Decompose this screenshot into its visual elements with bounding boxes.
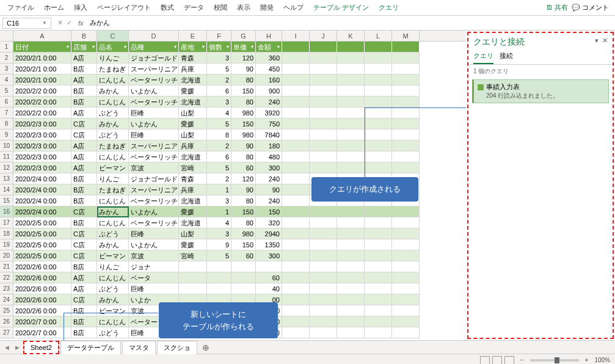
col-header[interactable]: H (256, 31, 282, 41)
cell[interactable] (310, 129, 337, 140)
ribbon-tab-layout[interactable]: ページレイアウト (92, 1, 156, 15)
cell[interactable]: ベーターリッチ (129, 195, 179, 206)
close-icon[interactable]: ✕ (602, 37, 608, 48)
cell[interactable]: 2940 (256, 228, 282, 239)
cell[interactable]: 240 (256, 173, 282, 184)
cell[interactable]: 巨峰 (129, 228, 179, 239)
cell[interactable]: C店 (71, 250, 97, 261)
cell[interactable]: C店 (71, 206, 97, 217)
cell[interactable] (392, 305, 420, 316)
cell[interactable] (179, 261, 207, 272)
cell[interactable] (392, 294, 420, 305)
cell[interactable]: 兵庫 (179, 140, 207, 151)
cell[interactable] (392, 283, 420, 294)
row-header[interactable]: 14 (0, 184, 13, 195)
cell[interactable] (282, 96, 310, 107)
cell[interactable]: りんご (97, 261, 129, 272)
sheet-tab[interactable]: マスタ (122, 341, 156, 354)
cell[interactable] (282, 53, 310, 64)
cell[interactable] (365, 64, 392, 75)
cell[interactable] (337, 151, 365, 162)
cell[interactable]: 750 (256, 118, 282, 129)
cell[interactable]: B店 (71, 184, 97, 195)
cell[interactable] (310, 327, 337, 338)
cell[interactable]: C店 (71, 294, 97, 305)
cell[interactable]: スーパーリニア (129, 64, 179, 75)
cell[interactable]: 1350 (256, 239, 282, 250)
cell[interactable] (282, 64, 310, 75)
ribbon-tab-insert[interactable]: 挿入 (69, 1, 92, 15)
cell[interactable]: 80 (231, 96, 256, 107)
cell[interactable] (392, 239, 420, 250)
cell[interactable]: 300 (256, 162, 282, 173)
cell[interactable] (365, 283, 392, 294)
cell[interactable] (337, 228, 365, 239)
col-header[interactable]: K (337, 31, 365, 41)
col-header[interactable]: M (392, 31, 420, 41)
cell[interactable]: A店 (71, 75, 97, 86)
cell[interactable] (310, 64, 337, 75)
cell[interactable] (365, 327, 392, 338)
cell[interactable]: 80 (231, 151, 256, 162)
cell[interactable] (365, 294, 392, 305)
cell[interactable]: 5 (207, 250, 231, 261)
zoom-in-button[interactable]: + (585, 357, 589, 363)
cell[interactable]: たまねぎ (97, 64, 129, 75)
cell[interactable]: ジョナゴールド (129, 173, 179, 184)
row-header[interactable]: 7 (0, 107, 13, 118)
cell[interactable] (282, 283, 310, 294)
row-header[interactable]: 10 (0, 140, 13, 151)
cell[interactable]: スーパーリニア (129, 184, 179, 195)
cell[interactable]: B店 (71, 217, 97, 228)
cell[interactable] (365, 316, 392, 327)
cell[interactable]: 北海道 (179, 96, 207, 107)
cell[interactable]: みかん (97, 118, 129, 129)
cell[interactable] (231, 272, 256, 283)
cell[interactable]: B店 (71, 195, 97, 206)
cell[interactable]: 8 (207, 129, 231, 140)
row-header[interactable]: 13 (0, 173, 13, 184)
cell[interactable]: にんじん (97, 96, 129, 107)
cell[interactable] (282, 250, 310, 261)
cell[interactable]: 愛媛 (179, 86, 207, 96)
formula-bar[interactable]: みかん (86, 17, 615, 29)
cell[interactable] (392, 42, 420, 53)
view-normal-button[interactable] (480, 356, 490, 365)
cell[interactable]: 240 (256, 96, 282, 107)
cell[interactable] (310, 140, 337, 151)
cell[interactable]: 60 (231, 162, 256, 173)
row-header[interactable]: 27 (0, 327, 13, 338)
cell[interactable]: B店 (71, 96, 97, 107)
cell[interactable]: 2020/2/5 0:00 (13, 250, 71, 261)
cell[interactable]: 80 (231, 217, 256, 228)
cell[interactable]: 北海道 (179, 217, 207, 228)
cell[interactable] (337, 107, 365, 118)
zoom-slider[interactable] (530, 359, 579, 362)
cell[interactable] (282, 239, 310, 250)
col-header[interactable]: G (231, 31, 256, 41)
cell[interactable]: 山梨 (179, 129, 207, 140)
cell[interactable]: 兵庫 (179, 184, 207, 195)
cell[interactable]: 3 (207, 228, 231, 239)
cell[interactable] (310, 294, 337, 305)
cell[interactable]: 2020/2/6 0:00 (13, 305, 71, 316)
cell[interactable]: 320 (256, 217, 282, 228)
cell[interactable]: 90 (231, 140, 256, 151)
cell[interactable] (365, 75, 392, 86)
cell[interactable] (310, 272, 337, 283)
cell[interactable]: 3 (207, 53, 231, 64)
ribbon-tab-data[interactable]: データ (179, 1, 209, 15)
cell[interactable]: ジョナ (129, 261, 179, 272)
cell[interactable] (282, 228, 310, 239)
cell[interactable] (337, 316, 365, 327)
row-header[interactable]: 17 (0, 217, 13, 228)
cell[interactable]: A店 (71, 283, 97, 294)
cell[interactable] (392, 107, 420, 118)
cell[interactable]: 240 (256, 195, 282, 206)
cell[interactable] (310, 228, 337, 239)
cell[interactable]: たまねぎ (97, 184, 129, 195)
cell[interactable] (337, 239, 365, 250)
cell[interactable]: 兵庫 (179, 64, 207, 75)
cell[interactable] (310, 86, 337, 96)
row-header[interactable]: 12 (0, 162, 13, 173)
